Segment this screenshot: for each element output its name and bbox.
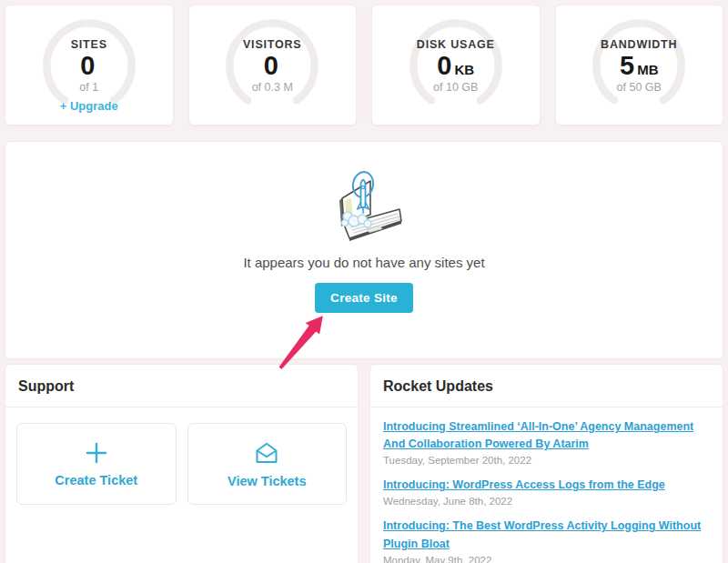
stats-row: SITES 0 of 1 + Upgrade VISITORS 0 of 0.3… — [5, 5, 723, 126]
create-ticket-card[interactable]: Create Ticket — [16, 423, 177, 505]
empty-sites-message: It appears you do not have any sites yet — [243, 255, 484, 270]
update-item: Introducing: WordPress Access Logs from … — [383, 476, 710, 507]
empty-sites-panel: It appears you do not have any sites yet… — [5, 141, 723, 359]
update-date: Monday, May 9th, 2022 — [383, 555, 710, 563]
bottom-row: Support Create Ticket View Tickets — [5, 364, 723, 557]
stat-value: 0 — [264, 52, 278, 79]
update-link[interactable]: Introducing Streamlined ‘All-In-One’ Age… — [383, 420, 693, 450]
update-date: Wednesday, June 8th, 2022 — [383, 496, 710, 507]
laptop-rocket-illustration — [323, 169, 405, 251]
stat-quota: of 1 — [79, 81, 98, 94]
stat-label: DISK USAGE — [417, 38, 495, 51]
stat-unit: KB — [454, 62, 474, 77]
stat-quota: of 10 GB — [433, 81, 478, 94]
stat-card-sites: SITES 0 of 1 + Upgrade — [5, 5, 174, 126]
stat-value: 5 — [620, 52, 634, 79]
upgrade-link[interactable]: + Upgrade — [60, 99, 118, 113]
rocket-updates-section: Rocket Updates Introducing Streamlined ‘… — [369, 364, 723, 563]
dashboard-page: SITES 0 of 1 + Upgrade VISITORS 0 of 0.3… — [0, 0, 728, 563]
stat-card-bandwidth: BANDWIDTH 5 MB of 50 GB — [555, 5, 724, 126]
rocket-updates-title: Rocket Updates — [370, 365, 723, 407]
stat-value: 0 — [437, 52, 451, 79]
stat-card-visitors: VISITORS 0 of 0.3 M — [188, 5, 358, 126]
update-item: Introducing: The Best WordPress Activity… — [383, 517, 710, 563]
view-tickets-card[interactable]: View Tickets — [187, 423, 348, 505]
support-section: Support Create Ticket View Tickets — [5, 364, 359, 563]
create-ticket-label: Create Ticket — [55, 473, 137, 488]
stat-label: SITES — [71, 38, 107, 51]
view-tickets-label: View Tickets — [228, 474, 307, 488]
stat-unit: MB — [637, 62, 658, 77]
stat-label: BANDWIDTH — [601, 38, 677, 51]
stat-value: 0 — [80, 52, 95, 79]
update-link[interactable]: Introducing: WordPress Access Logs from … — [383, 478, 665, 491]
support-title: Support — [5, 365, 358, 407]
envelope-icon — [253, 440, 280, 466]
update-date: Tuesday, September 20th, 2022 — [383, 455, 710, 466]
stat-label: VISITORS — [243, 38, 302, 51]
create-site-button[interactable]: Create Site — [315, 283, 413, 313]
update-item: Introducing Streamlined ‘All-In-One’ Age… — [383, 417, 710, 466]
stat-quota: of 50 GB — [617, 81, 662, 94]
update-link[interactable]: Introducing: The Best WordPress Activity… — [383, 519, 701, 549]
stat-quota: of 0.3 M — [252, 81, 293, 94]
plus-icon — [85, 441, 108, 465]
stat-card-disk-usage: DISK USAGE 0 KB of 10 GB — [371, 5, 541, 126]
